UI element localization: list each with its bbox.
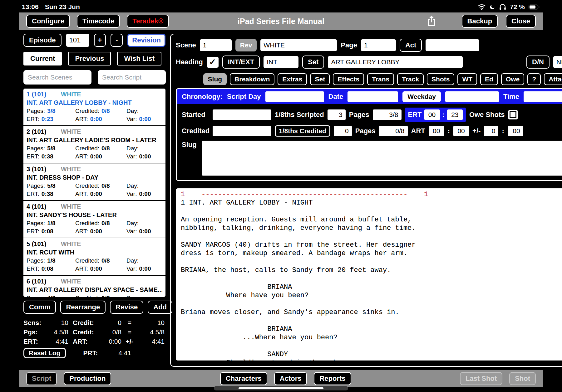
int-ext-field[interactable] <box>264 56 298 68</box>
scene-list-item[interactable]: 3 (101)WHITEINT. DRESS SHOP - DAYPages:5… <box>23 163 165 201</box>
int-ext-button[interactable]: INT/EXT <box>222 56 260 69</box>
add-button[interactable]: Add <box>148 301 172 314</box>
rearrange-button[interactable]: Rearrange <box>60 301 106 314</box>
ert-minutes-field[interactable] <box>447 109 463 120</box>
pages-credited-field[interactable] <box>379 126 408 136</box>
art-minutes-field[interactable] <box>453 126 469 136</box>
set-field[interactable] <box>328 56 463 68</box>
episode-minus-button[interactable]: - <box>111 34 123 47</box>
tab-slug[interactable]: Slug <box>203 73 227 85</box>
script-preview[interactable]: 1 --------------------------------------… <box>176 188 562 361</box>
time-field[interactable] <box>524 91 562 102</box>
tab-trans[interactable]: Trans <box>367 73 394 85</box>
tab-previous[interactable]: Previous <box>68 52 111 65</box>
close-button[interactable]: Close <box>506 15 536 28</box>
script-day-field[interactable] <box>265 91 324 102</box>
battery-icon <box>529 4 540 10</box>
tab-shots[interactable]: Shots <box>427 73 454 85</box>
script-line <box>181 300 562 308</box>
scene-number: 3 (101) <box>27 166 57 173</box>
eighths-scripted-field[interactable] <box>328 109 346 120</box>
scene-list-tabs: Current Previous Wish List <box>23 52 165 65</box>
plus-minus-minutes-field[interactable] <box>508 126 523 136</box>
heading-checkbox[interactable]: ✓ <box>207 57 219 68</box>
page-number-field[interactable] <box>361 39 396 51</box>
tab-help[interactable]: ? <box>527 73 541 85</box>
started-field[interactable] <box>213 109 271 120</box>
scene-list-item[interactable]: 2 (101)WHITEINT. ART GALLERY LADIE'S ROO… <box>23 126 165 163</box>
reset-log-row: Reset Log PRT: 4:41 <box>23 348 165 358</box>
episode-button[interactable]: Episode <box>23 34 62 47</box>
eighths-credited-label[interactable]: 1/8ths Credited <box>275 125 330 137</box>
scene-list-item[interactable]: 4 (101)WHITEINT. SANDY'S HOUSE - LATERPa… <box>23 201 165 238</box>
eighths-credited-field[interactable] <box>334 126 352 136</box>
tab-extras[interactable]: Extras <box>278 73 307 85</box>
ert-colon: : <box>442 111 445 119</box>
reports-button[interactable]: Reports <box>314 372 351 385</box>
plus-minus-hours-field[interactable] <box>484 126 498 136</box>
production-button[interactable]: Production <box>64 372 111 385</box>
last-shot-button[interactable]: Last Shot <box>460 372 502 385</box>
totals-row: Pgs:4 5/8Credit:0/8=4 5/8 <box>23 327 165 337</box>
tab-ed[interactable]: Ed <box>480 73 498 85</box>
scene-times-row: ERT:0:38ART:0:00Var:0:00 <box>27 191 162 197</box>
comm-button[interactable]: Comm <box>23 301 56 314</box>
scene-list-item[interactable]: 6 (101)WHITEINT. ART GALLERY DISPLAY SPA… <box>23 276 165 297</box>
pages-scripted-field[interactable] <box>373 109 402 120</box>
credited-field[interactable] <box>213 126 271 136</box>
script-line: SANDY MARCOS (40) drifts in from the str… <box>181 241 562 249</box>
shot-button[interactable]: Shot <box>509 372 536 385</box>
rev-button[interactable]: Rev <box>235 39 257 51</box>
tab-breakdown[interactable]: Breakdown <box>230 73 274 85</box>
search-script-input[interactable] <box>98 70 166 85</box>
revision-color-field[interactable] <box>260 39 337 51</box>
act-field[interactable] <box>426 39 479 51</box>
tab-owe[interactable]: Owe <box>501 73 524 85</box>
tab-track[interactable]: Track <box>397 73 424 85</box>
credited-row: Credited 1/8ths Credited Pages ART : +/-… <box>177 122 562 137</box>
tab-effects[interactable]: Effects <box>333 73 364 85</box>
script-button[interactable]: Script <box>26 372 57 385</box>
plus-minus-label: +/- <box>472 127 481 135</box>
share-icon[interactable] <box>427 15 436 27</box>
scene-title: INT. SANDY'S HOUSE - LATER <box>27 211 162 219</box>
tab-wt[interactable]: WT <box>457 73 477 85</box>
owe-shots-checkbox[interactable] <box>508 110 518 119</box>
scene-number: 2 (101) <box>27 128 57 135</box>
set-button[interactable]: Set <box>302 56 324 69</box>
configure-button[interactable]: Configure <box>26 15 70 28</box>
episode-plus-button[interactable]: + <box>94 34 106 47</box>
search-scenes-input[interactable] <box>23 70 91 85</box>
ert-hours-field[interactable] <box>424 109 440 120</box>
slug-textarea[interactable] <box>202 141 562 176</box>
tab-wish-list[interactable]: Wish List <box>117 52 161 65</box>
tab-current[interactable]: Current <box>23 52 62 65</box>
script-line <box>181 207 562 215</box>
scene-number-field[interactable] <box>200 39 232 51</box>
day-night-field[interactable] <box>553 56 562 68</box>
scene-revision-color: WHITE <box>61 203 81 210</box>
reset-log-button[interactable]: Reset Log <box>23 348 66 358</box>
scene-list-item[interactable]: 5 (101)WHITEINT. RCUT WITHPages:1/8Credi… <box>23 238 165 276</box>
act-button[interactable]: Act <box>400 39 422 52</box>
date-field[interactable] <box>348 91 398 102</box>
timecode-button[interactable]: Timecode <box>77 15 120 28</box>
actors-button[interactable]: Actors <box>274 372 307 385</box>
backup-button[interactable]: Backup <box>462 15 498 28</box>
home-indicator[interactable] <box>239 387 323 389</box>
characters-button[interactable]: Characters <box>220 372 267 385</box>
revision-button[interactable]: Revision <box>127 34 165 47</box>
tab-attachments[interactable]: Attachments <box>544 73 562 85</box>
plus-minus-colon: : <box>502 127 504 135</box>
heading-label: Heading <box>176 58 203 66</box>
scene-revision-color: WHITE <box>61 91 81 98</box>
weekday-field[interactable] <box>445 91 499 102</box>
scene-list-item[interactable]: 1 (101)WHITEINT. ART GALLERY LOBBY - NIG… <box>23 89 165 126</box>
tab-set[interactable]: Set <box>310 73 330 85</box>
episode-number-field[interactable] <box>66 34 89 47</box>
teradek-button[interactable]: Teradek® <box>127 15 169 28</box>
weekday-button[interactable]: Weekday <box>402 91 441 102</box>
revise-button[interactable]: Revise <box>110 301 143 314</box>
day-night-button[interactable]: D/N <box>526 56 550 69</box>
art-hours-field[interactable] <box>429 126 444 136</box>
